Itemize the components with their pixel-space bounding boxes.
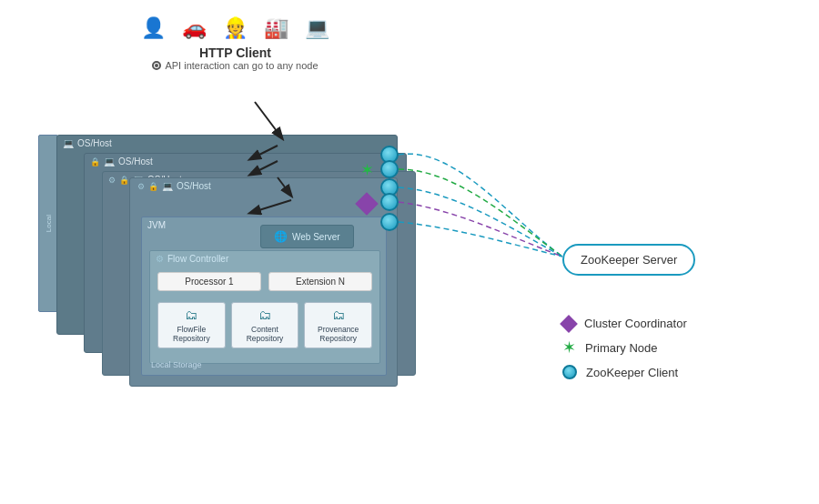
legend-zk-label: ZooKeeper Client — [586, 366, 678, 379]
laptop-icon: 💻 — [305, 16, 329, 40]
http-icons: 👤 🚗 👷 🏭 💻 — [141, 16, 329, 40]
legend-diamond-icon — [560, 315, 578, 333]
flowfile-repo-label: FlowFileRepository — [173, 325, 210, 343]
diagram-container: 👤 🚗 👷 🏭 💻 HTTP Client API interaction ca… — [0, 0, 819, 504]
legend-star-icon: ✶ — [562, 339, 576, 356]
legend-circle-icon — [562, 365, 577, 379]
monitor-icon-main: 💻 — [162, 181, 173, 191]
legend-cluster-coordinator: Cluster Coordinator — [562, 317, 687, 330]
globe-icon: 🌐 — [274, 230, 288, 243]
content-repo-button: 🗂 Content Repository — [231, 302, 299, 348]
extensionN-button: Extension N — [268, 272, 372, 291]
legend-primary-node: ✶ Primary Node — [562, 339, 687, 356]
web-server-button: 🌐 Web Server — [260, 225, 354, 248]
flowfile-repo-button: 🗂 FlowFileRepository — [157, 302, 226, 348]
content-repo-icon: 🗂 — [258, 307, 271, 322]
processor-row: Processor 1 Extension N — [150, 267, 379, 297]
gear-icon-fc: ⚙ — [156, 254, 164, 264]
monitor-icon-2: 💻 — [104, 156, 115, 166]
legend-cluster-label: Cluster Coordinator — [584, 317, 687, 330]
main-node-label: ⚙ 🔒 💻 OS/Host — [130, 178, 397, 194]
content-repo-label: Content Repository — [247, 325, 284, 343]
zk-client-5 — [380, 213, 399, 231]
zk-client-2 — [380, 160, 399, 178]
flow-controller-label: ⚙ Flow Controller — [150, 251, 379, 267]
node-label-back-2: 🔒 💻 OS/Host — [85, 154, 406, 169]
lock-icon-main: 🔒 — [148, 182, 158, 191]
radio-icon — [152, 61, 161, 70]
legend-primary-label: Primary Node — [585, 341, 657, 355]
monitor-icon-1: 💻 — [63, 138, 74, 148]
main-node-card: ⚙ 🔒 💻 OS/Host JVM 🌐 Web Server ⚙ Flow Co… — [129, 177, 398, 387]
lock-icon-2: 🔒 — [90, 157, 100, 166]
car-icon: 🚗 — [182, 16, 207, 40]
legend-zookeeper-client: ZooKeeper Client — [562, 365, 687, 379]
zookeeper-server-label: ZooKeeper Server — [581, 253, 677, 267]
gear-icon-main: ⚙ — [137, 182, 145, 191]
factory-icon: 🏭 — [264, 16, 288, 40]
worker-icon: 👷 — [223, 16, 248, 40]
primary-node-star: ✶ — [360, 162, 374, 178]
provenance-repo-icon: 🗂 — [332, 307, 345, 322]
processor1-button: Processor 1 — [157, 272, 261, 291]
http-sublabel: API interaction can go to any node — [141, 60, 329, 71]
web-server-label: Web Server — [292, 232, 340, 242]
zk-client-4 — [380, 193, 399, 211]
legend: Cluster Coordinator ✶ Primary Node ZooKe… — [562, 317, 687, 388]
flowfile-repo-icon: 🗂 — [185, 307, 197, 322]
provenance-repo-label: Provenance Repository — [318, 325, 359, 343]
gear-icon-3: ⚙ — [108, 176, 116, 185]
side-panel-1: Local — [38, 135, 58, 312]
flow-controller-box: ⚙ Flow Controller Processor 1 Extension … — [149, 250, 380, 364]
local-storage-label: Local Storage — [151, 360, 202, 369]
repository-row: 🗂 FlowFileRepository 🗂 Content Repositor… — [150, 297, 379, 354]
person-icon: 👤 — [141, 16, 166, 40]
provenance-repo-button: 🗂 Provenance Repository — [304, 302, 372, 348]
http-client-section: 👤 🚗 👷 🏭 💻 HTTP Client API interaction ca… — [141, 16, 329, 71]
jvm-box: JVM 🌐 Web Server ⚙ Flow Controller Proce… — [141, 217, 387, 376]
node-label-back-1: 💻 OS/Host — [57, 136, 397, 151]
http-client-label: HTTP Client — [141, 45, 329, 60]
zookeeper-server-bubble: ZooKeeper Server — [562, 244, 695, 276]
lock-icon-3: 🔒 — [119, 176, 129, 185]
svg-line-0 — [255, 102, 282, 138]
local-label-1: Local — [45, 215, 53, 232]
http-sublabel-text: API interaction can go to any node — [165, 60, 318, 71]
